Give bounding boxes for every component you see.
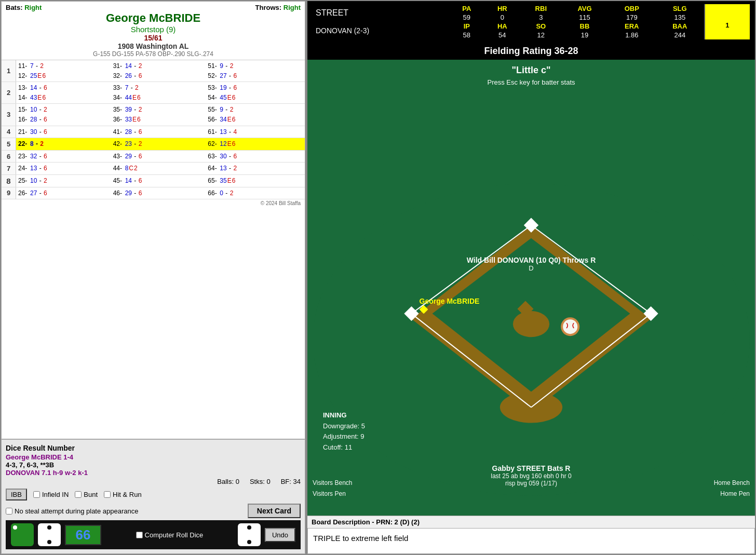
dice-table-5: 22-8 - 2 42-23 - 2 62-12E6 xyxy=(16,138,305,150)
svg-point-2 xyxy=(500,391,562,423)
computer-roll-row: Computer Roll Dice xyxy=(105,531,234,539)
throws-text: Throws: xyxy=(255,4,282,11)
bats-label: Bats: Right xyxy=(6,4,42,11)
pip xyxy=(47,540,51,544)
copyright: © 2024 Bill Staffa xyxy=(2,199,305,207)
player-card-header: Bats: Right Throws: Right George McBRIDE… xyxy=(2,2,305,60)
field-area: "Little c" Press Esc key for batter stat… xyxy=(307,60,755,516)
svg-point-12 xyxy=(563,319,577,334)
slg-value: 135 xyxy=(656,13,705,22)
dice-entry: 12- 25 E 6 xyxy=(18,71,113,81)
rbi-value: 3 xyxy=(520,13,561,22)
ibb-button[interactable]: IBB xyxy=(6,489,27,500)
pip xyxy=(47,525,51,530)
hr-value: 0 xyxy=(484,13,520,22)
bf-label: BF: 34 xyxy=(281,478,301,485)
infield-in-checkbox[interactable]: Infield IN xyxy=(33,491,69,498)
lineup-rows-5: 5 22-8 - 2 42-23 - 2 62-12E6 xyxy=(2,138,305,151)
slg-header: SLG xyxy=(656,4,705,13)
player-record: 15/61 xyxy=(6,34,301,42)
right-panel: STREET PA HR RBI AVG OBP SLG Outs 1 59 0… xyxy=(306,0,756,555)
player-stats-line: G-155 DG-155 PA-578 OBP-.290 SLG-.274 xyxy=(6,50,301,58)
dice-table-8: 25-10 - 2 45-14 - 6 65-35E6 xyxy=(16,175,305,187)
throws-label: Throws: Right xyxy=(255,4,301,11)
dice-col-1: 11- 7 - 2 12- 25 E 6 xyxy=(18,61,113,80)
player-card: Bats: Right Throws: Right George McBRIDE… xyxy=(1,1,305,439)
home-bench: Home Bench xyxy=(714,478,750,489)
visitors-pen: Visitors Pen xyxy=(313,489,352,500)
dice-table-7: 24-13 - 6 44-8C2 64-13 - 2 xyxy=(16,163,305,174)
player-position: Shortstop (9) xyxy=(6,25,301,34)
hit-run-input[interactable] xyxy=(104,491,111,498)
lineup-num-4: 4 xyxy=(2,126,16,138)
hit-run-checkbox[interactable]: Hit & Run xyxy=(104,491,142,498)
no-steal-row: No steal attempt during plate appearance… xyxy=(6,504,301,518)
batter-name-field: George McBRIDE xyxy=(420,297,480,305)
fielding-rating-bar: Fielding Rating 36-28 xyxy=(307,43,755,60)
infield-in-label: Infield IN xyxy=(42,491,69,498)
next-card-button[interactable]: Next Card xyxy=(248,504,301,518)
ha-header: HA xyxy=(484,22,520,31)
rbi-header: RBI xyxy=(520,4,561,13)
die-green-1 xyxy=(11,523,34,546)
dice-result-title: Dice Result Number xyxy=(6,444,301,452)
dice-balls-row: Balls: 0 Stks: 0 BF: 34 xyxy=(6,478,301,485)
bb-header: BB xyxy=(561,22,608,31)
so-value: 12 xyxy=(520,31,561,39)
left-panel: Bats: Right Throws: Right George McBRIDE… xyxy=(0,0,306,555)
ha-value: 54 xyxy=(484,31,520,39)
lineup-num-7: 7 xyxy=(2,163,16,174)
player-name: George McBRIDE xyxy=(6,11,301,25)
dice-result-pitcher: DONOVAN 7.1 h-9 w-2 k-1 xyxy=(6,469,301,477)
obp-header: OBP xyxy=(608,4,656,13)
computer-roll-label-text: Computer Roll Dice xyxy=(145,531,204,539)
scoreboard-table: STREET PA HR RBI AVG OBP SLG Outs 1 59 0… xyxy=(313,4,750,39)
computer-roll-checkbox[interactable] xyxy=(136,532,143,538)
outs-value: 1 xyxy=(725,21,729,29)
lineup-rows-2: 2 13-14 - 6 14-43E6 33-7 - 2 34-44E6 53-… xyxy=(2,82,305,104)
bunt-input[interactable] xyxy=(75,491,82,498)
no-steal-checkbox[interactable]: No steal attempt during plate appearance xyxy=(6,507,139,515)
lineup-rows-8: 8 25-10 - 2 45-14 - 6 65-35E6 xyxy=(2,175,305,187)
computer-roll-checkbox-label[interactable]: Computer Roll Dice xyxy=(136,531,204,539)
dice-entry: 11- 7 - 2 xyxy=(18,61,113,71)
ip-value: 58 xyxy=(450,31,484,39)
lineup-num-6: 6 xyxy=(2,151,16,163)
avg-value: 115 xyxy=(561,13,608,22)
lineup-rows-7: 7 24-13 - 6 44-8C2 64-13 - 2 xyxy=(2,163,305,175)
bottom-left: Dice Result Number George McBRIDE 1-4 4-… xyxy=(1,439,305,554)
outs-cell: Outs 1 xyxy=(705,4,750,39)
pitcher-name-cell: DONOVAN (2-3) xyxy=(313,22,450,39)
dice-display: 66 Computer Roll Dice Undo xyxy=(6,520,301,549)
so-header: SO xyxy=(520,22,561,31)
baa-value: 244 xyxy=(656,31,705,39)
lineup-rows-3: 3 15-10 - 2 16-28 - 6 35-39 - 2 36-33E6 … xyxy=(2,104,305,126)
balls-label: Balls: 0 xyxy=(217,478,239,485)
lineup-num-8: 8 xyxy=(2,175,16,187)
visitors-bench: Visitors Bench xyxy=(313,478,352,489)
no-steal-input[interactable] xyxy=(6,508,12,515)
batter-full: Gabby STREET Bats R xyxy=(307,464,755,472)
dice-number-display: 66 xyxy=(65,525,101,545)
infield-in-input[interactable] xyxy=(33,491,40,498)
era-value: 1.86 xyxy=(608,31,656,39)
hr-header: HR xyxy=(484,4,520,13)
batter-marker xyxy=(420,305,428,314)
adjustment-label: Adjustment: 9 xyxy=(323,431,365,442)
lineup-num-9: 9 xyxy=(2,187,16,199)
field-svg xyxy=(307,60,755,516)
lineup-rows-9: 9 26-27 - 6 46-29 - 6 66-0 - 2 xyxy=(2,187,305,200)
board-desc-label: Board Description - PRN: 2 (D) (2) xyxy=(307,516,755,528)
outs-label: Outs xyxy=(708,15,747,21)
street-info: Gabby STREET Bats R last 25 ab bvg 160 e… xyxy=(307,464,755,487)
no-steal-label: No steal attempt during plate appearance xyxy=(15,507,139,515)
undo-button[interactable]: Undo xyxy=(265,528,295,542)
pitcher-info-area: Wild Bill DONOVAN (10 Q0) Throws R D xyxy=(307,256,755,272)
dice-table-9: 26-27 - 6 46-29 - 6 66-0 - 2 xyxy=(16,187,305,199)
bench-labels-left: Visitors Bench Visitors Pen xyxy=(313,478,352,500)
bb-value: 19 xyxy=(561,31,608,39)
bunt-checkbox[interactable]: Bunt xyxy=(75,491,98,498)
batter-position: George McBRIDE xyxy=(420,297,480,316)
avg-header: AVG xyxy=(561,4,608,13)
dice-result-player: George McBRIDE 1-4 xyxy=(6,453,301,461)
